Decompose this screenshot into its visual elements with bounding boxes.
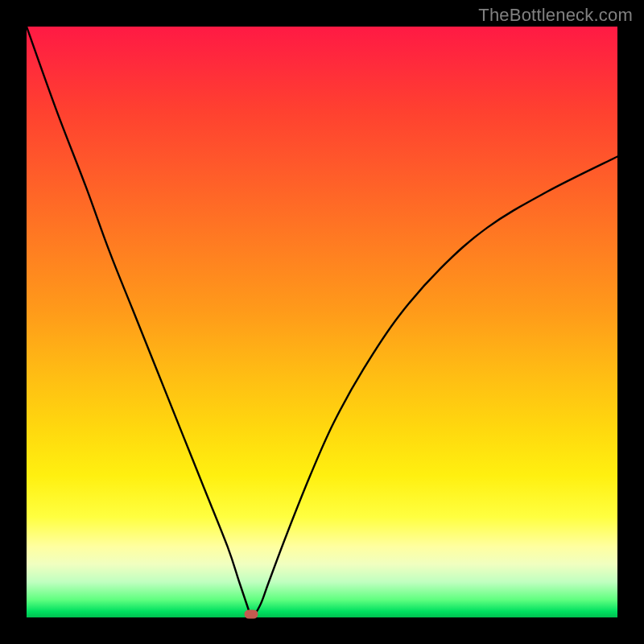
watermark-text: TheBottleneck.com bbox=[478, 5, 633, 26]
minimum-marker bbox=[244, 610, 258, 619]
chart-plot-area bbox=[27, 27, 617, 617]
bottleneck-curve bbox=[27, 27, 617, 617]
